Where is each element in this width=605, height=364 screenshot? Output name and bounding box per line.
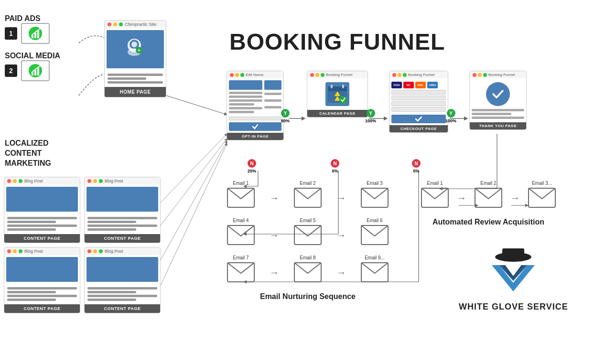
- checkout-y-pct: 100%: [445, 118, 456, 123]
- email-4: Email 4: [227, 218, 255, 246]
- calendar-footer: CALENDAR PAGE: [307, 110, 367, 117]
- svg-rect-15: [32, 73, 33, 75]
- email-row-3: Email 7 → Email 8 → Email 9...: [227, 255, 389, 283]
- svg-line-4: [158, 143, 227, 291]
- svg-line-0: [166, 96, 227, 115]
- email-7: Email 7: [227, 255, 255, 283]
- email-4-label: Email 4: [233, 218, 248, 223]
- email-row-1: Email 1 → Email 2 → Email 3: [227, 181, 389, 208]
- email-nurturing-label: Email Nurturing Sequence: [227, 292, 389, 301]
- calendar-n-pct: 0%: [332, 169, 338, 173]
- optin-y-pct: 80%: [281, 118, 290, 123]
- blog-card-2: Blog Post CONTENT PAGE: [84, 177, 161, 243]
- svg-point-20: [131, 42, 137, 47]
- svg-rect-11: [32, 35, 33, 38]
- calendar-y-pct: 100%: [365, 118, 376, 123]
- thankyou-header: Booking Funnel: [488, 73, 515, 77]
- review-email-row: Email 1 → Email 2 → Email 3...: [421, 181, 556, 208]
- review-email-2: Email 2: [474, 181, 503, 208]
- email-8: Email 8: [293, 255, 322, 283]
- calendar-page-card: Booking Funnel CALENDAR PAGE: [307, 71, 368, 118]
- home-page-footer: HOME PAGE: [105, 87, 166, 97]
- paid-ads-label: PAID ADS: [5, 14, 60, 23]
- traffic-section: PAID ADS 1 SOCIAL MEDIA 2: [5, 14, 60, 87]
- svg-rect-12: [34, 33, 36, 38]
- blog-card-3-footer: CONTENT PAGE: [4, 304, 80, 313]
- blog-card-2-footer: CONTENT PAGE: [85, 234, 160, 243]
- arrow-5-6: →: [336, 230, 346, 241]
- email-9: Email 9...: [360, 255, 389, 283]
- svg-line-3: [158, 141, 227, 265]
- svg-rect-27: [342, 85, 344, 88]
- svg-rect-16: [34, 70, 36, 75]
- review-email-1-label: Email 1: [427, 181, 443, 186]
- email-1: Email 1: [227, 181, 255, 208]
- blog-card-1-header: Blog Post: [24, 179, 43, 183]
- calendar-n-badge: N 0%: [331, 159, 339, 173]
- blog-card-4-header: Blog Post: [105, 249, 123, 254]
- arrow-1-2: →: [270, 193, 279, 203]
- blog-card-1: Blog Post CONTENT PAGE: [4, 177, 80, 243]
- email-2: Email 2: [293, 181, 322, 208]
- email-7-label: Email 7: [233, 255, 248, 260]
- optin-n-pct: 20%: [248, 169, 256, 173]
- email-8-label: Email 8: [300, 255, 315, 260]
- automated-review-label: Automated Review Acquisition: [421, 218, 556, 226]
- svg-rect-44: [502, 248, 524, 257]
- optin-y-badge: Y 80%: [281, 109, 290, 123]
- checkout-footer: CHECKOUT PAGE: [389, 125, 448, 132]
- email-5-label: Email 5: [300, 218, 315, 223]
- optin-n-badge: N 20%: [248, 159, 256, 173]
- lcm-label: LOCALIZEDCONTENTMARKETING: [5, 139, 51, 168]
- review-email-2-label: Email 2: [480, 181, 496, 186]
- email-5: Email 5: [293, 218, 322, 246]
- thankyou-footer: THANK YOU PAGE: [470, 122, 526, 129]
- email-6: Email 6: [360, 218, 389, 246]
- arrow-7-8: →: [270, 267, 279, 278]
- optin-page-container: Edit Name: [227, 71, 284, 140]
- calendar-header: Booking Funnel: [326, 73, 353, 77]
- blog-card-4-footer: CONTENT PAGE: [85, 304, 160, 313]
- review-arrow-2-3: →: [510, 193, 520, 203]
- review-email-3-label: Email 3...: [532, 181, 552, 186]
- review-email-1: Email 1: [421, 181, 449, 208]
- checkout-y-badge: Y 100%: [445, 109, 456, 123]
- email-3-label: Email 3: [367, 181, 382, 186]
- thankyou-page-container: Booking Funnel THANK YOU PAGE: [469, 71, 527, 130]
- social-media-icon: [21, 60, 50, 81]
- checkout-header: Booking Funnel: [408, 73, 435, 77]
- arrow-2-3: →: [336, 193, 346, 203]
- blog-card-1-footer: CONTENT PAGE: [4, 234, 80, 243]
- optin-footer: OPT-IN PAGE: [227, 133, 283, 140]
- optin-page-card: Edit Name: [227, 71, 284, 140]
- calendar-y-badge: Y 100%: [365, 109, 376, 123]
- review-arrow-1-2: →: [457, 193, 466, 203]
- social-media-number: 2: [5, 64, 17, 77]
- svg-line-2: [158, 139, 227, 229]
- home-page-header: Chiropractic Site: [125, 22, 156, 27]
- checkout-n-badge: N 0%: [412, 159, 421, 173]
- svg-rect-26: [331, 85, 333, 88]
- email-2-label: Email 2: [300, 181, 315, 186]
- blog-card-2-header: Blog Post: [105, 179, 123, 183]
- blog-card-3-header: Blog Post: [24, 249, 43, 254]
- svg-rect-13: [37, 31, 39, 38]
- email-3: Email 3: [360, 181, 389, 208]
- thankyou-page-card: Booking Funnel THANK YOU PAGE: [469, 71, 527, 130]
- checkout-page-container: Booking Funnel VISA MC DISC AMEX CHECKOU…: [389, 71, 448, 133]
- social-media-label: SOCIAL MEDIA: [5, 52, 60, 60]
- email-1-label: Email 1: [233, 181, 248, 186]
- automated-review-section: Email 1 → Email 2 → Email 3... Automated…: [421, 181, 556, 226]
- optin-header: Edit Name: [246, 73, 263, 77]
- email-nurturing-section: Email 1 → Email 2 → Email 3 Email 4 → Em…: [227, 181, 389, 301]
- arrow-8-9: →: [336, 267, 346, 278]
- paid-ads-number: 1: [5, 27, 17, 40]
- checkout-page-card: Booking Funnel VISA MC DISC AMEX CHECKOU…: [389, 71, 448, 133]
- review-email-3: Email 3...: [528, 181, 556, 208]
- white-glove-label: WHITE GLOVE SERVICE: [459, 302, 568, 312]
- home-page-card: Chiropractic Site + HOME PAGE: [104, 20, 166, 97]
- email-6-label: Email 6: [367, 218, 382, 223]
- svg-line-1: [158, 134, 227, 205]
- blog-card-3: Blog Post CONTENT PAGE: [4, 247, 80, 313]
- white-glove-section: WHITE GLOVE SERVICE: [459, 244, 568, 312]
